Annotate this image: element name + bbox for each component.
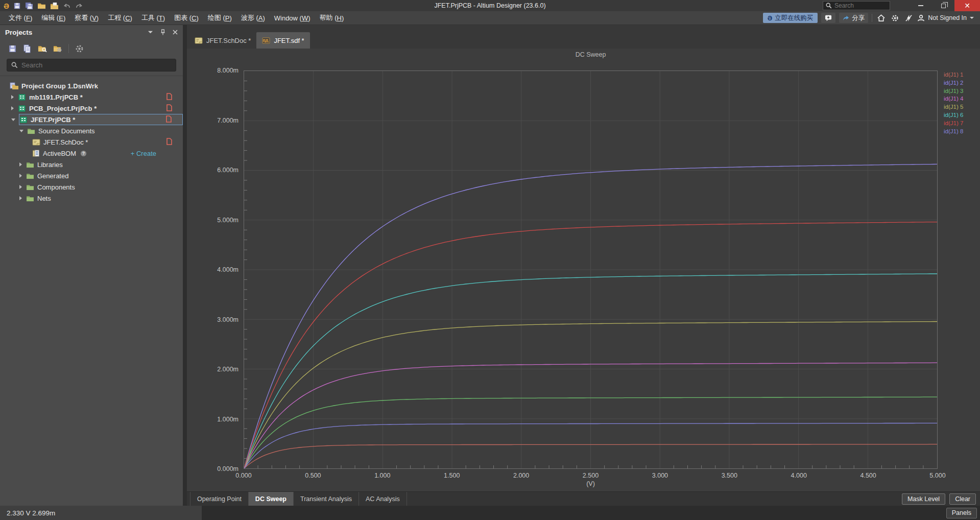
expand-arrow-icon[interactable] <box>19 174 22 178</box>
folder-icon <box>26 161 34 168</box>
y-tick-label: 6.000m <box>187 167 238 174</box>
save-all-icon[interactable] <box>25 2 33 10</box>
expand-arrow-icon[interactable] <box>19 162 22 167</box>
tree-item-components[interactable]: Components <box>0 181 183 193</box>
expand-arrow-icon[interactable] <box>19 196 22 200</box>
menu-编辑[interactable]: 编辑 (E) <box>37 11 70 25</box>
folder-settings-icon[interactable] <box>53 44 62 53</box>
legend-item[interactable]: id(J1) 3 <box>944 87 963 96</box>
analysis-tab-transient-analysis[interactable]: Transient Analysis <box>294 492 359 506</box>
altium-designer-window: Ə JFET.PrjPCB - Altium Designer (23.6.0)… <box>0 0 980 520</box>
x-tick-label: 0.500 <box>296 472 330 479</box>
pin-icon[interactable] <box>160 29 165 35</box>
plot-svg[interactable] <box>244 71 937 468</box>
folder-icon <box>26 195 34 202</box>
tree-item-libraries[interactable]: Libraries <box>0 159 183 170</box>
panels-button[interactable]: Panels <box>946 508 977 518</box>
menu-Window[interactable]: Window (W) <box>270 11 315 25</box>
expand-arrow-icon[interactable] <box>11 106 14 110</box>
collapse-arrow-icon[interactable] <box>19 130 23 132</box>
legend-item[interactable]: id(J1) 5 <box>944 103 963 111</box>
tree-item-activebom[interactable]: ActiveBOM?+ Create <box>0 148 183 159</box>
copy-document-icon[interactable] <box>23 44 32 53</box>
minimize-button[interactable] <box>910 0 932 11</box>
comment-button[interactable] <box>821 13 835 23</box>
tree-item-project-group-1-dsnwrk[interactable]: Project Group 1.DsnWrk <box>0 80 183 91</box>
analysis-tab-operating-point[interactable]: Operating Point <box>190 492 249 506</box>
search-icon <box>826 3 832 9</box>
help-badge-icon[interactable]: ? <box>80 150 87 157</box>
menu-绘图[interactable]: 绘图 (P) <box>203 11 236 25</box>
y-tick-label: 3.000m <box>187 316 238 323</box>
tree-item-pcb-project-prjpcb[interactable]: PCB_Project.PrjPcb * <box>0 103 183 114</box>
home-button[interactable] <box>876 13 886 23</box>
legend-item[interactable]: id(J1) 2 <box>944 79 963 87</box>
tree-item-nets[interactable]: Nets <box>0 193 183 204</box>
open-folder-icon[interactable] <box>37 2 46 9</box>
y-tick-label: 7.000m <box>187 117 238 124</box>
menu-察看[interactable]: 察看 (V) <box>70 11 103 25</box>
expand-arrow-icon[interactable] <box>11 95 14 99</box>
dev-mode-button[interactable] <box>903 13 914 23</box>
expand-arrow-icon[interactable] <box>19 185 22 189</box>
redo-icon[interactable] <box>75 2 83 9</box>
mask-level-button[interactable]: Mask Level <box>902 493 945 505</box>
tree-item-jfet-prjpcb[interactable]: JFET.PrjPCB * <box>0 114 183 125</box>
clear-button[interactable]: Clear <box>949 493 976 505</box>
restore-button[interactable] <box>932 0 954 11</box>
legend-item[interactable]: id(J1) 8 <box>944 128 963 136</box>
projects-search[interactable] <box>7 59 176 72</box>
bom-icon <box>32 150 40 157</box>
menu-文件[interactable]: 文件 (F) <box>4 11 37 25</box>
save-icon[interactable] <box>13 2 21 10</box>
menu-图表[interactable]: 图表 (C) <box>170 11 203 25</box>
open-document-icon[interactable] <box>50 2 59 10</box>
panel-splitter[interactable] <box>183 25 187 506</box>
altium-logo-icon: Ə <box>768 14 772 22</box>
titlebar-search[interactable] <box>823 1 890 10</box>
menu-工程[interactable]: 工程 (C) <box>103 11 137 25</box>
close-button[interactable]: ✕ <box>954 0 980 11</box>
y-tick-label: 0.000m <box>187 465 238 472</box>
x-tick-label: 5.000 <box>920 472 955 479</box>
undo-icon[interactable] <box>63 2 71 9</box>
statusbar: 2.330 V 2.699m Panels <box>0 506 980 520</box>
tree-item-source-documents[interactable]: Source Documents <box>0 125 183 136</box>
share-button[interactable]: 分享 <box>839 13 868 23</box>
panel-dropdown-icon[interactable] <box>148 30 153 34</box>
analysis-tab-dc-sweep[interactable]: DC Sweep <box>249 492 294 506</box>
projects-search-input[interactable] <box>21 61 159 69</box>
project-tree: Project Group 1.DsnWrkmb1191.PrjPCB *PCB… <box>0 80 183 506</box>
legend-item[interactable]: id(J1) 1 <box>944 71 963 79</box>
tree-item-label: JFET.PrjPCB * <box>31 116 75 124</box>
x-tick-label: 4.500 <box>851 472 886 479</box>
menu-帮助[interactable]: 帮助 (H) <box>315 11 349 25</box>
tree-item-generated[interactable]: Generated <box>0 170 183 181</box>
analysis-tab-ac-analysis[interactable]: AC Analysis <box>359 492 407 506</box>
waveform-view[interactable]: DC Sweep 8.000m7.000m6.000m5.000m4.000m3… <box>187 49 980 491</box>
minimize-icon <box>918 5 923 6</box>
create-link[interactable]: + Create <box>131 150 156 157</box>
plot-area[interactable] <box>244 70 938 469</box>
legend-item[interactable]: id(J1) 4 <box>944 95 963 103</box>
buy-online-button[interactable]: Ə 立即在线购买 <box>763 13 818 23</box>
titlebar-search-input[interactable] <box>834 2 886 9</box>
y-tick-label: 8.000m <box>187 67 238 74</box>
panel-close-icon[interactable] <box>173 30 178 35</box>
signin-control[interactable]: Not Signed In <box>917 14 976 22</box>
legend-item[interactable]: id(J1) 6 <box>944 111 963 120</box>
save-document-icon[interactable] <box>8 44 17 53</box>
x-tick-label: 1.500 <box>435 472 469 479</box>
tree-item-jfet-schdoc[interactable]: JFET.SchDoc * <box>0 136 183 148</box>
svg-text:?: ? <box>82 151 85 156</box>
collapse-arrow-icon[interactable] <box>11 119 15 121</box>
gear-icon[interactable] <box>75 44 84 53</box>
document-tab-jfet-sdf[interactable]: JFET.sdf * <box>256 32 309 49</box>
settings-button[interactable] <box>890 13 900 23</box>
tree-item-mb1191-prjpcb[interactable]: mb1191.PrjPCB * <box>0 91 183 103</box>
legend-item[interactable]: id(J1) 7 <box>944 120 963 128</box>
document-tab-jfet-schdoc[interactable]: JFET.SchDoc * <box>189 32 256 49</box>
folder-search-icon[interactable] <box>38 44 47 53</box>
menu-波形[interactable]: 波形 (A) <box>236 11 270 25</box>
menu-工具[interactable]: 工具 (T) <box>137 11 170 25</box>
